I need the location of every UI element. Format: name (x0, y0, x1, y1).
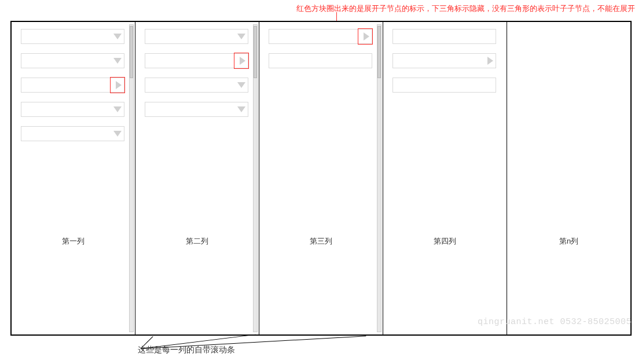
column-1-rows (12, 22, 135, 150)
tree-node[interactable] (21, 126, 124, 141)
tree-node[interactable] (21, 78, 124, 93)
column-label: 第三列 (259, 236, 383, 247)
columns-frame: 第一列 第二列 (10, 21, 632, 336)
collapse-icon[interactable] (237, 82, 245, 88)
scrollbar-thumb[interactable] (254, 26, 257, 78)
column-2-rows (135, 22, 259, 126)
column-4: 第四列 (383, 22, 507, 334)
column-4-rows (383, 22, 507, 102)
expand-icon[interactable] (364, 32, 369, 41)
collapse-icon[interactable] (113, 34, 122, 39)
tree-node[interactable] (269, 29, 372, 44)
tree-node[interactable] (145, 78, 248, 93)
scrollbar-thumb[interactable] (377, 26, 381, 78)
watermark: qingruanit.net 0532-85025005 (478, 317, 632, 327)
bottom-annotation: 这些是每一列的自带滚动条 (138, 345, 235, 355)
collapse-icon[interactable] (237, 34, 245, 39)
tree-node-leaf[interactable] (392, 78, 496, 93)
expand-icon[interactable] (240, 57, 245, 65)
collapse-icon[interactable] (113, 131, 122, 137)
column-label: 第一列 (12, 236, 135, 247)
top-annotation: 红色方块圈出来的是展开子节点的标示，下三角标示隐藏，没有三角形的表示叶子子节点，… (296, 3, 635, 14)
scrollbar[interactable] (377, 24, 381, 332)
expand-icon[interactable] (116, 81, 122, 89)
scrollbar[interactable] (129, 24, 134, 332)
column-n-rows (507, 22, 630, 29)
expand-icon[interactable] (487, 57, 493, 65)
scrollbar-thumb[interactable] (130, 26, 133, 78)
tree-node-leaf[interactable] (269, 53, 372, 68)
collapse-icon[interactable] (237, 106, 245, 112)
collapse-icon[interactable] (113, 58, 122, 64)
column-3-rows (259, 22, 383, 78)
tree-node[interactable] (21, 53, 124, 68)
tree-node[interactable] (21, 29, 124, 44)
tree-node[interactable] (145, 53, 248, 68)
column-label: 第二列 (135, 236, 259, 247)
column-label: 第n列 (507, 236, 630, 247)
column-n: 第n列 (507, 22, 630, 334)
column-1: 第一列 (12, 22, 135, 334)
tree-node[interactable] (145, 29, 248, 44)
column-3: 第三列 (259, 22, 383, 334)
tree-node[interactable] (392, 53, 496, 68)
column-label: 第四列 (383, 236, 507, 247)
scrollbar[interactable] (253, 24, 258, 332)
tree-node[interactable] (21, 102, 124, 117)
tree-node-leaf[interactable] (392, 29, 496, 44)
tree-node[interactable] (145, 102, 248, 117)
collapse-icon[interactable] (113, 106, 122, 112)
column-2: 第二列 (135, 22, 259, 334)
